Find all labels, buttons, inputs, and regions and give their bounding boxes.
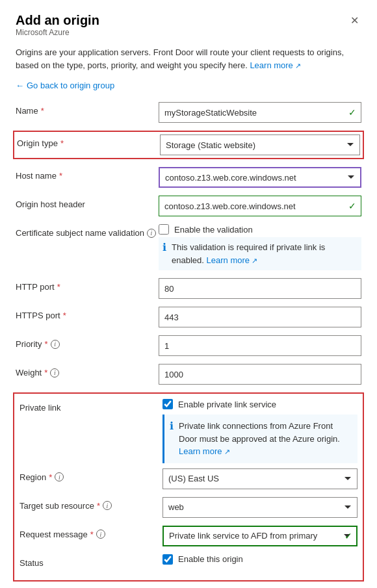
http-port-required: * — [57, 282, 60, 292]
private-link-checkbox-row: Enable private link service — [162, 399, 358, 409]
target-sub-resource-select[interactable]: web blob file — [162, 497, 358, 518]
private-link-info-circle-icon: ℹ — [170, 420, 174, 458]
close-button[interactable]: ✕ — [348, 13, 361, 29]
origin-host-header-label: Origin host header — [16, 196, 159, 209]
request-message-check-icon: ✓ — [344, 531, 352, 541]
private-link-control: Enable private link service ℹ Private li… — [162, 399, 358, 463]
priority-row: Priority * i — [16, 335, 361, 356]
http-port-field-container — [159, 278, 361, 299]
origin-host-header-check-icon: ✓ — [348, 201, 356, 211]
http-port-row: HTTP port * — [16, 278, 361, 299]
priority-input[interactable] — [159, 335, 361, 356]
certificate-validation-checkbox-row: Enable the validation — [159, 224, 361, 235]
target-sub-resource-row: Target sub resource * i web blob file — [20, 497, 358, 518]
priority-label: Priority * i — [16, 335, 159, 349]
status-checkbox[interactable] — [162, 554, 173, 565]
status-checkbox-label: Enable this origin — [178, 554, 243, 564]
https-port-field-container — [159, 307, 361, 327]
region-required: * — [49, 472, 52, 482]
https-port-required: * — [63, 311, 66, 320]
target-sub-resource-info-icon[interactable]: i — [103, 501, 112, 510]
priority-field-container — [159, 335, 361, 356]
panel-title: Add an origin — [16, 13, 99, 28]
name-row: Name * ✓ — [16, 102, 361, 123]
origin-host-header-field-container: ✓ — [159, 196, 361, 216]
private-link-info-box: ℹ Private link connections from Azure Fr… — [162, 415, 358, 463]
private-link-section: Private link Enable private link service… — [13, 392, 364, 582]
description-learn-more-link[interactable]: Learn more — [250, 60, 301, 70]
http-port-label: HTTP port * — [16, 278, 159, 292]
https-port-label: HTTPS port * — [16, 307, 159, 320]
origin-type-label: Origin type * — [17, 134, 160, 148]
region-row: Region * i (US) East US (US) West US (EU… — [20, 468, 358, 489]
certificate-validation-checkbox[interactable] — [159, 224, 169, 235]
weight-input[interactable] — [159, 364, 361, 385]
request-message-label: Request message * i — [20, 526, 162, 539]
weight-label: Weight * i — [16, 364, 159, 377]
certificate-validation-row: Certificate subject name validation i En… — [16, 224, 361, 270]
origin-type-row: Origin type * Storage (Static website) S… — [17, 134, 360, 155]
origin-host-header-input[interactable] — [159, 196, 361, 216]
arrow-left-icon: ← — [16, 81, 24, 90]
request-message-info-icon[interactable]: i — [96, 530, 105, 539]
status-row: Status Enable this origin — [20, 554, 358, 575]
name-input[interactable] — [159, 102, 361, 123]
private-link-checkbox[interactable] — [162, 399, 173, 409]
private-link-row: Private link Enable private link service… — [20, 399, 358, 463]
certificate-validation-info-icon[interactable]: i — [147, 229, 156, 238]
https-port-input[interactable] — [159, 307, 361, 327]
description-text: Origins are your application servers. Fr… — [16, 46, 361, 71]
cert-validation-learn-more-link[interactable]: Learn more — [207, 255, 258, 265]
weight-row: Weight * i — [16, 364, 361, 385]
region-field-container: (US) East US (US) West US (EU) West Euro… — [162, 468, 358, 489]
host-name-label: Host name * — [16, 167, 159, 181]
origin-type-field-container: Storage (Static website) Storage App Ser… — [160, 134, 360, 155]
certificate-validation-control: Enable the validation ℹ This validation … — [159, 224, 361, 270]
region-label: Region * i — [20, 468, 162, 482]
http-port-input[interactable] — [159, 278, 361, 299]
origin-host-header-row: Origin host header ✓ — [16, 196, 361, 216]
private-link-learn-more-link[interactable]: Learn more — [179, 446, 230, 456]
priority-required: * — [44, 339, 47, 349]
weight-info-icon[interactable]: i — [50, 368, 59, 377]
status-checkbox-row: Enable this origin — [162, 554, 358, 565]
request-message-select[interactable]: Private link service to AFD from primary — [162, 526, 358, 546]
name-check-icon: ✓ — [348, 107, 356, 118]
private-link-label: Private link — [20, 399, 162, 413]
name-required: * — [41, 106, 44, 116]
host-name-select[interactable]: contoso.z13.web.core.windows.net — [159, 167, 361, 188]
origin-type-select[interactable]: Storage (Static website) Storage App Ser… — [160, 134, 360, 155]
request-message-row: Request message * i Private link service… — [20, 526, 358, 546]
host-name-field-container: contoso.z13.web.core.windows.net — [159, 167, 361, 188]
name-field-container: ✓ — [159, 102, 361, 123]
status-label: Status — [20, 554, 162, 568]
back-to-origin-group-link[interactable]: ← Go back to origin group — [16, 81, 114, 90]
cert-info-text: This validation is required if private l… — [172, 241, 358, 266]
private-link-info-text: Private link connections from Azure Fron… — [179, 420, 352, 458]
certificate-validation-info-box: ℹ This validation is required if private… — [159, 237, 361, 270]
certificate-validation-label: Certificate subject name validation i — [16, 224, 159, 238]
request-message-required: * — [90, 530, 94, 539]
weight-field-container — [159, 364, 361, 385]
priority-info-icon[interactable]: i — [51, 340, 60, 349]
panel-subtitle: Microsoft Azure — [16, 28, 99, 37]
status-control: Enable this origin — [162, 554, 358, 565]
name-label: Name * — [16, 102, 159, 116]
request-message-field-container: Private link service to AFD from primary… — [162, 526, 358, 546]
origin-type-highlighted-row: Origin type * Storage (Static website) S… — [13, 131, 364, 159]
https-port-row: HTTPS port * — [16, 307, 361, 327]
cert-info-circle-icon: ℹ — [162, 241, 166, 266]
target-sub-resource-required: * — [97, 501, 100, 511]
target-sub-resource-label: Target sub resource * i — [20, 497, 162, 511]
region-select[interactable]: (US) East US (US) West US (EU) West Euro… — [162, 468, 358, 489]
weight-required: * — [44, 368, 47, 377]
region-info-icon[interactable]: i — [55, 472, 64, 481]
host-name-row: Host name * contoso.z13.web.core.windows… — [16, 167, 361, 188]
private-link-checkbox-label: Enable private link service — [178, 400, 276, 409]
certificate-validation-checkbox-label: Enable the validation — [174, 225, 253, 235]
origin-type-required: * — [60, 138, 64, 148]
target-sub-resource-field-container: web blob file — [162, 497, 358, 518]
host-name-required: * — [59, 171, 62, 181]
